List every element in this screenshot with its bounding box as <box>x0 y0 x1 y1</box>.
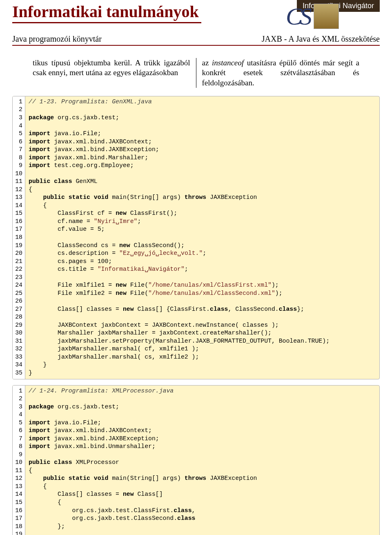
body-two-columns: tikus típusú objektumba kerül. A trükk i… <box>29 58 363 88</box>
header-right-section: JAXB - A Java és XML összekötése <box>262 34 380 44</box>
header-subrow: Java programozói könyvtár JAXB - A Java … <box>12 33 380 45</box>
line-numbers: 1234567891011121314151617181920212223242… <box>13 96 25 379</box>
code-content: // 1-23. Programlista: GenXML.java packa… <box>25 96 379 379</box>
paragraph-fragment-left: tikus típusú objektumba kerül. A trükk i… <box>33 58 190 78</box>
header-title: Informatikai tanulmányok <box>12 2 201 23</box>
header-logo: CS <box>257 2 339 31</box>
code-listing-1: 1234567891011121314151617181920212223242… <box>12 96 380 379</box>
code-listing-2: 1234567891011121314151617181920212223 //… <box>12 385 380 535</box>
column-right: az instanceof utasításra épülő döntés má… <box>196 58 364 88</box>
column-left: tikus típusú objektumba kerül. A trükk i… <box>29 58 196 88</box>
header-left-section: Java programozói könyvtár <box>12 34 102 44</box>
code-content: // 1-24. Programlista: XMLProcessor.java… <box>25 386 379 535</box>
line-numbers: 1234567891011121314151617181920212223 <box>13 386 25 535</box>
page: Informatikai tanulmányok Informatikai Na… <box>0 0 392 535</box>
logo-compass-icon <box>314 4 339 29</box>
page-header: Informatikai tanulmányok Informatikai Na… <box>12 0 380 46</box>
logo-text-cs: CS <box>286 4 310 29</box>
paragraph-fragment-right: az instanceof utasításra épülő döntés má… <box>202 58 360 88</box>
